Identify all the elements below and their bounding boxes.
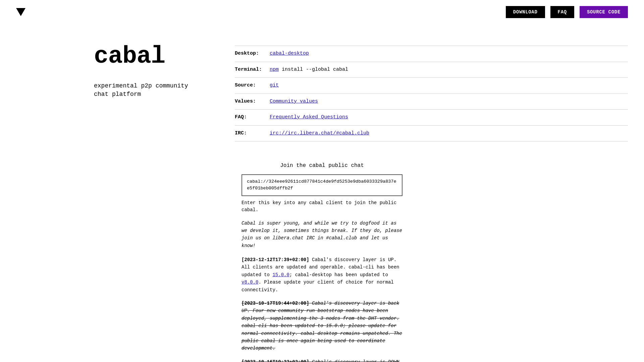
npm-link[interactable]: npm [270,67,279,72]
logo-icon [16,8,25,16]
info-row-faq: FAQ: Frequently Asked Questions [235,110,628,126]
update1-link1[interactable]: 15.0.0 [272,272,289,278]
update1-link2[interactable]: v8.0.0 [241,280,258,285]
desktop-label: Desktop: [235,50,268,58]
hero-left: cabal experimental p2p community chat pl… [94,44,208,99]
git-link[interactable]: git [270,82,279,88]
update1-text3: . Please update your client of choice fo… [241,280,394,292]
nav-logo-area [16,8,25,16]
nav-buttons: DOWNLOAD FAQ SOURCE CODE [506,6,628,18]
info-row-irc: IRC: irc://irc.libera.chat/#cabal.club [235,126,628,142]
chat-inner: Join the cabal public chat cabal://324ee… [241,162,402,362]
values-value: Community values [270,98,318,106]
hero-subtitle: experimental p2p community chat platform [94,82,208,99]
update-block-1: [2023-12-12T17:39+02:00] Cabal's discove… [241,256,402,294]
info-row-values: Values: Community values [235,94,628,110]
subtitle-line1: experimental p2p community [94,82,188,89]
desktop-value: cabal-desktop [270,50,309,58]
terminal-value: npm install --global cabal [270,66,348,74]
info-panel: Desktop: cabal-desktop Terminal: npm ins… [235,44,628,141]
update1-text2: ; cabal-desktop has been updated to [289,272,388,278]
info-row-desktop: Desktop: cabal-desktop [235,46,628,62]
irc-link[interactable]: irc://irc.libera.chat/#cabal.club [270,130,369,136]
hero-section: cabal experimental p2p community chat pl… [0,24,644,155]
download-button[interactable]: DOWNLOAD [506,6,545,18]
chat-description: Cabal is super young, and while we try t… [241,220,402,250]
update-block-3: [2023-10-16T19:22+02:00] Cabal's discove… [241,358,402,362]
chat-join-title: Join the cabal public chat [241,162,402,170]
chat-instruction: Enter this key into any cabal client to … [241,199,402,214]
terminal-label: Terminal: [235,66,268,74]
cabal-desktop-link[interactable]: cabal-desktop [270,51,309,56]
update2-text: Cabal's discovery layer is back UP. Four… [241,301,402,351]
faq-label: FAQ: [235,114,268,121]
update-block-2: [2023-10-17T19:44+02:00] Cabal's discove… [241,300,402,352]
navbar: DOWNLOAD FAQ SOURCE CODE [0,0,644,24]
source-label: Source: [235,82,268,89]
chat-key-box[interactable]: cabal://324eee92611cd877841c4de9fd5253e9… [241,174,402,196]
faq-value: Frequently Asked Questions [270,114,348,121]
source-code-button[interactable]: SOURCE CODE [580,6,628,18]
terminal-command: install --global cabal [282,67,348,72]
values-label: Values: [235,98,268,106]
info-row-source: Source: git [235,78,628,94]
irc-value: irc://irc.libera.chat/#cabal.club [270,130,369,137]
subtitle-line2: chat platform [94,91,141,98]
site-title: cabal [94,44,208,68]
update3-timestamp: [2023-10-16T19:22+02:00] [241,359,309,362]
update1-timestamp: [2023-12-12T17:39+02:00] [241,257,309,262]
update2-content: [2023-10-17T19:44+02:00] Cabal's discove… [241,301,402,351]
faq-button[interactable]: FAQ [550,6,574,18]
chat-section: Join the cabal public chat cabal://324ee… [0,162,644,362]
irc-label: IRC: [235,130,268,137]
info-rows: Desktop: cabal-desktop Terminal: npm ins… [235,46,628,141]
community-values-link[interactable]: Community values [270,99,318,104]
update2-timestamp: [2023-10-17T19:44+02:00] [241,301,309,306]
info-row-terminal: Terminal: npm install --global cabal [235,62,628,78]
faq-link[interactable]: Frequently Asked Questions [270,114,348,120]
update3-content: [2023-10-16T19:22+02:00] Cabal's discove… [241,359,399,362]
source-value: git [270,82,279,89]
